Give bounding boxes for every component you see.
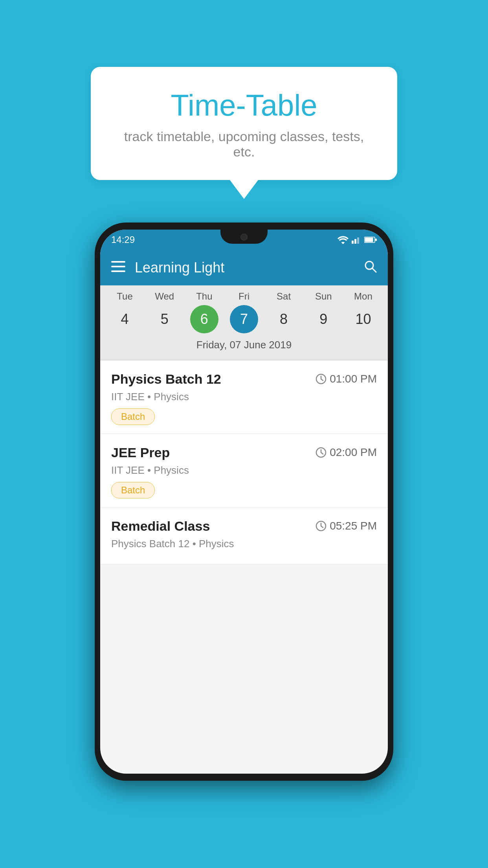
day-label-fri: Fri [226, 291, 262, 302]
batch-badge-2: Batch [111, 482, 155, 498]
hamburger-icon[interactable] [111, 261, 125, 274]
svg-rect-6 [111, 261, 125, 263]
svg-line-16 [321, 452, 323, 454]
speech-bubble: Time-Table track timetable, upcoming cla… [91, 67, 397, 180]
class-item-3[interactable]: Remedial Class 05:25 PM Physics Batch 12… [100, 508, 388, 565]
class-name-2: JEE Prep [111, 445, 170, 460]
class-list: Physics Batch 12 01:00 PM IIT JEE • Phys… [100, 360, 388, 565]
svg-line-19 [321, 526, 323, 528]
selected-date-label: Friday, 07 June 2019 [100, 337, 388, 357]
class-header-1: Physics Batch 12 01:00 PM [111, 371, 377, 387]
search-button[interactable] [363, 259, 377, 276]
svg-rect-7 [111, 266, 125, 267]
day-5[interactable]: 5 [150, 305, 179, 333]
camera [240, 234, 248, 241]
day-10[interactable]: 10 [349, 305, 377, 333]
signal-icon [352, 236, 361, 244]
phone-mockup: 14:29 [95, 223, 393, 781]
class-time-2: 02:00 PM [316, 446, 377, 459]
svg-line-10 [372, 268, 376, 272]
day-label-tue: Tue [107, 291, 143, 302]
day-labels: Tue Wed Thu Fri Sat Sun Mon [100, 291, 388, 302]
day-7-selected[interactable]: 7 [230, 305, 258, 333]
svg-rect-1 [354, 239, 356, 244]
day-label-wed: Wed [147, 291, 183, 302]
class-time-3: 05:25 PM [316, 520, 377, 532]
svg-rect-8 [111, 270, 125, 272]
app-bar-title: Learning Light [135, 259, 363, 276]
status-bar: 14:29 [100, 230, 388, 250]
day-8[interactable]: 8 [270, 305, 298, 333]
day-label-thu: Thu [186, 291, 222, 302]
day-numbers: 4 5 6 7 8 9 10 [100, 302, 388, 337]
bubble-subtitle: track timetable, upcoming classes, tests… [114, 129, 374, 160]
clock-icon-2 [316, 447, 327, 458]
svg-rect-4 [365, 237, 373, 242]
status-icons [338, 235, 377, 244]
phone-outer: 14:29 [95, 223, 393, 781]
day-label-sat: Sat [266, 291, 302, 302]
speech-bubble-arrow [230, 180, 258, 199]
day-4[interactable]: 4 [111, 305, 139, 333]
class-item-2[interactable]: JEE Prep 02:00 PM IIT JEE • Physics Batc… [100, 434, 388, 508]
svg-line-13 [321, 379, 323, 381]
class-header-3: Remedial Class 05:25 PM [111, 519, 377, 534]
battery-icon [364, 236, 377, 243]
svg-rect-2 [357, 237, 359, 244]
status-time: 14:29 [111, 234, 135, 245]
notch [220, 230, 268, 244]
batch-badge-1: Batch [111, 408, 155, 425]
wifi-icon [338, 235, 349, 244]
class-name-1: Physics Batch 12 [111, 371, 221, 387]
clock-icon-3 [316, 520, 327, 531]
class-name-3: Remedial Class [111, 519, 210, 534]
bubble-title: Time-Table [114, 89, 374, 122]
svg-rect-0 [352, 241, 354, 244]
svg-rect-5 [375, 239, 377, 241]
day-label-mon: Mon [345, 291, 381, 302]
class-meta-1: IIT JEE • Physics [111, 391, 377, 403]
speech-bubble-container: Time-Table track timetable, upcoming cla… [91, 67, 397, 199]
phone-screen: 14:29 [100, 230, 388, 774]
app-bar: Learning Light [100, 250, 388, 285]
clock-icon-1 [316, 373, 327, 384]
day-label-sun: Sun [305, 291, 341, 302]
class-item-1[interactable]: Physics Batch 12 01:00 PM IIT JEE • Phys… [100, 360, 388, 434]
day-9[interactable]: 9 [309, 305, 338, 333]
class-meta-3: Physics Batch 12 • Physics [111, 538, 377, 550]
class-header-2: JEE Prep 02:00 PM [111, 445, 377, 460]
class-time-1: 01:00 PM [316, 373, 377, 385]
class-meta-2: IIT JEE • Physics [111, 464, 377, 476]
calendar-section: Tue Wed Thu Fri Sat Sun Mon 4 5 6 7 8 9 … [100, 285, 388, 360]
day-6-today[interactable]: 6 [190, 305, 218, 333]
